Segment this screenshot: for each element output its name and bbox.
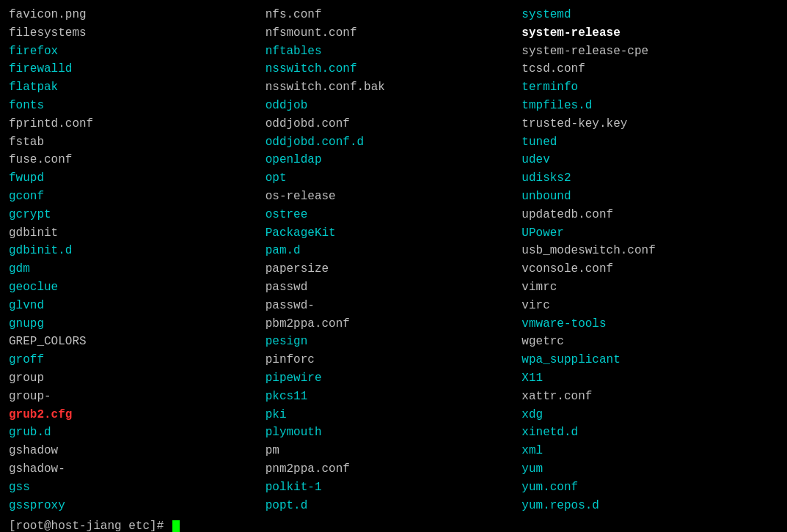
column-2: nfs.confnfsmount.confnftablesnsswitch.co…	[266, 6, 522, 514]
list-item: polkit-1	[266, 479, 522, 497]
command-prompt[interactable]: [root@host-jiang etc]#	[9, 517, 778, 532]
list-item: unbound	[521, 188, 778, 206]
list-item: openldap	[266, 151, 522, 169]
cursor	[172, 520, 180, 532]
list-item: nftables	[266, 43, 522, 61]
list-item: gnupg	[9, 315, 266, 333]
column-1: favicon.pngfilesystemsfirefoxfirewalldfl…	[9, 6, 266, 514]
list-item: oddjobd.conf.d	[266, 133, 522, 152]
list-item: xdg	[521, 406, 778, 424]
list-item: fprintd.conf	[9, 115, 266, 133]
list-item: groff	[9, 351, 266, 369]
list-item: pipewire	[266, 369, 522, 388]
list-item: geoclue	[9, 278, 266, 297]
column-3: systemdsystem-releasesystem-release-cpet…	[521, 6, 778, 514]
list-item: fuse.conf	[9, 151, 266, 169]
list-item: usb_modeswitch.conf	[521, 242, 778, 260]
list-item: gss	[9, 479, 266, 497]
list-item: opt	[266, 169, 522, 188]
list-item: yum.repos.d	[521, 497, 778, 515]
list-item: systemd	[521, 6, 778, 24]
list-item: xinetd.d	[521, 424, 778, 442]
list-item: plymouth	[266, 424, 522, 442]
list-item: nsswitch.conf	[266, 60, 522, 78]
list-item: UPower	[521, 224, 778, 243]
list-item: PackageKit	[266, 224, 522, 243]
list-item: wpa_supplicant	[521, 351, 778, 369]
list-item: group	[9, 369, 266, 388]
list-item: firefox	[9, 43, 266, 61]
list-item: pesign	[266, 333, 522, 351]
list-item: GREP_COLORS	[9, 333, 266, 351]
list-item: trusted-key.key	[521, 115, 778, 133]
list-item: os-release	[266, 188, 522, 206]
list-item: oddjobd.conf	[266, 115, 522, 133]
list-item: terminfo	[521, 78, 778, 97]
list-item: group-	[9, 388, 266, 406]
list-item: glvnd	[9, 297, 266, 315]
list-item: gshadow-	[9, 460, 266, 479]
list-item: fonts	[9, 97, 266, 115]
list-item: grub.d	[9, 424, 266, 442]
list-item: updatedb.conf	[521, 206, 778, 224]
list-item: udisks2	[521, 169, 778, 188]
list-item: system-release	[521, 24, 778, 43]
list-item: vmware-tools	[521, 315, 778, 333]
file-listing: favicon.pngfilesystemsfirefoxfirewalldfl…	[9, 6, 778, 514]
list-item: gcrypt	[9, 206, 266, 224]
list-item: yum	[521, 460, 778, 479]
list-item: xattr.conf	[521, 388, 778, 406]
list-item: yum.conf	[521, 479, 778, 497]
list-item: gdm	[9, 260, 266, 278]
list-item: ostree	[266, 206, 522, 224]
list-item: gdbinit	[9, 224, 266, 243]
list-item: gshadow	[9, 442, 266, 460]
list-item: system-release-cpe	[521, 43, 778, 61]
list-item: vconsole.conf	[521, 260, 778, 278]
list-item: passwd	[266, 278, 522, 297]
list-item: nfs.conf	[266, 6, 522, 24]
list-item: pki	[266, 406, 522, 424]
list-item: papersize	[266, 260, 522, 278]
list-item: nsswitch.conf.bak	[266, 78, 522, 97]
list-item: fwupd	[9, 169, 266, 188]
list-item: virc	[521, 297, 778, 315]
terminal-window: favicon.pngfilesystemsfirefoxfirewalldfl…	[9, 6, 778, 532]
list-item: pbm2ppa.conf	[266, 315, 522, 333]
list-item: wgetrc	[521, 333, 778, 351]
list-item: popt.d	[266, 497, 522, 515]
list-item: gssproxy	[9, 497, 266, 515]
list-item: udev	[521, 151, 778, 169]
list-item: flatpak	[9, 78, 266, 97]
list-item: pkcs11	[266, 388, 522, 406]
list-item: tuned	[521, 133, 778, 152]
list-item: tmpfiles.d	[521, 97, 778, 115]
list-item: favicon.png	[9, 6, 266, 24]
list-item: firewalld	[9, 60, 266, 78]
list-item: xml	[521, 442, 778, 460]
list-item: pinforc	[266, 351, 522, 369]
list-item: pnm2ppa.conf	[266, 460, 522, 479]
list-item: fstab	[9, 133, 266, 152]
list-item: filesystems	[9, 24, 266, 43]
list-item: vimrc	[521, 278, 778, 297]
list-item: pam.d	[266, 242, 522, 260]
list-item: tcsd.conf	[521, 60, 778, 78]
list-item: pm	[266, 442, 522, 460]
list-item: X11	[521, 369, 778, 388]
list-item: passwd-	[266, 297, 522, 315]
list-item: grub2.cfg	[9, 406, 266, 424]
list-item: gdbinit.d	[9, 242, 266, 260]
list-item: nfsmount.conf	[266, 24, 522, 43]
list-item: gconf	[9, 188, 266, 206]
list-item: oddjob	[266, 97, 522, 115]
prompt-text: [root@host-jiang etc]#	[9, 520, 171, 532]
